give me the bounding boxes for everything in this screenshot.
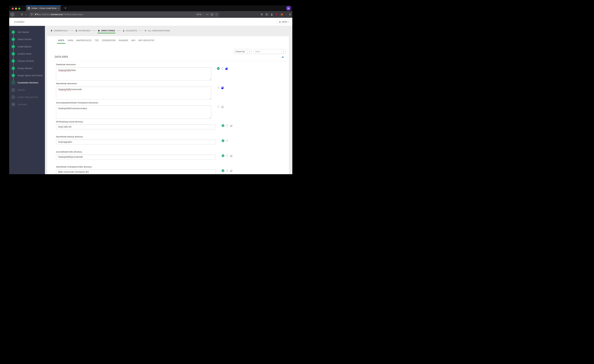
close-window-button[interactable] (12, 8, 14, 10)
undo-icon[interactable] (226, 139, 228, 142)
sidebar-step[interactable]: ✓Get Started (9, 28, 45, 36)
ambari-favicon (28, 7, 30, 9)
account-icon[interactable] (270, 13, 273, 16)
chevron-down-icon[interactable]: ▾ (247, 49, 252, 54)
mixed-content-warning-icon (35, 13, 36, 15)
wizard-sidebar: ✓Get Started✓Select Version✓Install Opti… (9, 26, 45, 174)
step-list: ✓Get Started✓Select Version✓Install Opti… (9, 26, 45, 108)
config-group-select[interactable]: Default (6) ▾ (234, 49, 252, 54)
sidebar-step[interactable]: ✓Confirm Hosts (9, 50, 45, 57)
field-label: DataNode directories (56, 63, 76, 66)
sidebar-step[interactable]: 7Customize Services (9, 79, 45, 86)
url-text[interactable]: https://admin1.clemlab.local:7443/#/inst… (37, 13, 83, 16)
disabled-extension-icon[interactable] (280, 13, 283, 16)
tab-ranger[interactable]: RANGER (119, 39, 128, 42)
tracking-shield-icon[interactable] (31, 13, 33, 16)
undo-icon[interactable] (221, 67, 224, 70)
breadcrumb-label: ACCOUNTS (126, 29, 137, 32)
back-button[interactable]: ← (10, 12, 15, 17)
breadcrumb-item-all-configurations[interactable]: ALL CONFIGURATIONS (145, 29, 170, 32)
field-value[interactable]: /hadoop/hdfs/namesecondary (56, 106, 211, 119)
person-icon (123, 30, 125, 32)
tab-tez[interactable]: TEZ (95, 39, 99, 42)
add-icon[interactable]: + (222, 154, 224, 157)
add-icon[interactable]: + (217, 67, 220, 70)
breadcrumb: CREDENTIALSDATABASESDIRECTORIESACCOUNTSA… (51, 28, 170, 33)
sidebar-step[interactable]: ✓Choose Services (9, 57, 45, 65)
lock-icon (230, 154, 232, 157)
browser-tab[interactable]: Ambari - Cluster Install Wizard × (26, 6, 61, 11)
library-icon[interactable] (261, 13, 263, 16)
user-menu-button[interactable]: admin ▾ (277, 20, 291, 24)
url-bar[interactable]: https://admin1.clemlab.local:7443/#/inst… (29, 12, 219, 17)
section-title: DATA DIRS (55, 55, 68, 58)
undo-icon[interactable] (226, 124, 228, 127)
field-value[interactable]: /tmp/.hdfs-nfs (56, 124, 216, 129)
minimize-window-button[interactable] (15, 8, 17, 10)
undo-icon[interactable] (226, 169, 228, 172)
step-number: 10 (12, 103, 15, 106)
step-label: Summary (18, 103, 27, 106)
field-label: SecondaryNameNode Checkpoint directories (56, 101, 98, 104)
step-number: 9 (12, 95, 15, 99)
breadcrumb-item-directories[interactable]: DIRECTORIES (98, 29, 115, 32)
ublock-extension-icon[interactable]: uO (276, 13, 278, 16)
chevron-down-icon[interactable]: ▾ (281, 49, 286, 54)
maximize-window-button[interactable] (18, 8, 20, 10)
tab-mapreduce2[interactable]: MAPREDUCE2 (76, 39, 92, 42)
step-check-icon: ✓ (12, 30, 15, 34)
field-value[interactable]: /tmp/upgrades (56, 140, 216, 144)
field-value[interactable]: /hadoop/hdfs/data (56, 67, 211, 81)
sidebar-step[interactable]: ✓Install Options (9, 43, 45, 50)
tab-bar: Ambari - Cluster Install Wizard × + ∞ (9, 6, 292, 11)
sidebar-step[interactable]: 8Review (9, 86, 45, 94)
collapse-section-icon[interactable] (281, 56, 284, 59)
tab-nifi-registry[interactable]: NIFI REGISTRY (138, 39, 155, 42)
pocket-icon[interactable] (211, 13, 213, 16)
final-lock-icon[interactable] (225, 67, 228, 70)
page-actions-icon[interactable]: ••• (206, 13, 209, 16)
undo-icon[interactable] (217, 86, 220, 89)
menu-icon[interactable]: ≡ (289, 13, 291, 16)
private-browsing-icon: ∞ (286, 6, 290, 10)
field-value[interactable]: /hadoop/hdfs/journalnode (56, 155, 216, 159)
step-number: 8 (12, 88, 15, 92)
sidebar-step[interactable]: 9Install, Start and Test (9, 94, 45, 101)
tab-hdfs[interactable]: HDFS (58, 39, 64, 42)
reload-button[interactable] (21, 13, 23, 16)
step-label: Customize Services (18, 81, 38, 84)
field-value[interactable]: ${dfs.namenode.checkpoint.dir} (56, 169, 216, 174)
bookmark-star-icon[interactable]: ☆ (215, 13, 217, 16)
undo-icon[interactable] (217, 105, 220, 108)
zoom-level-badge[interactable]: 90 % (195, 13, 203, 16)
filter-input[interactable]: Filter... ▾ (254, 49, 286, 54)
sidebar-step[interactable]: ✓Select Version (9, 36, 45, 43)
database-icon (75, 30, 77, 32)
final-lock-icon[interactable] (221, 86, 224, 89)
new-tab-button[interactable]: + (63, 6, 68, 10)
step-label: Confirm Hosts (18, 53, 32, 55)
lock-icon (221, 105, 224, 108)
step-check-icon: ✓ (12, 38, 15, 41)
breadcrumb-item-accounts[interactable]: ACCOUNTS (123, 29, 137, 32)
add-icon[interactable]: + (222, 124, 224, 127)
sidebar-step[interactable]: ✓Assign Slaves and Clients (9, 72, 45, 79)
forward-button[interactable]: → (16, 13, 19, 16)
add-icon[interactable]: + (222, 139, 224, 142)
breadcrumb-item-credentials[interactable]: CREDENTIALS (51, 29, 68, 32)
sidebar-step[interactable]: 10Summary (9, 101, 45, 108)
undo-icon[interactable] (226, 154, 228, 157)
home-button[interactable]: ⌂ (25, 13, 27, 16)
tab-nifi[interactable]: NIFI (131, 39, 135, 42)
field-value[interactable]: /hadoop/hdfs/namenode (56, 87, 211, 100)
breadcrumb-separator (117, 30, 121, 31)
step-number: 7 (12, 81, 15, 84)
add-icon[interactable]: + (222, 169, 224, 172)
step-label: Choose Services (18, 60, 34, 62)
close-tab-icon[interactable]: × (58, 7, 59, 9)
sidebars-icon[interactable] (265, 13, 268, 16)
tab-zookeeper[interactable]: ZOOKEEPER (102, 39, 116, 42)
tab-yarn[interactable]: YARN (67, 39, 73, 42)
sidebar-step[interactable]: ✓Assign Masters (9, 65, 45, 72)
breadcrumb-item-databases[interactable]: DATABASES (75, 29, 90, 32)
